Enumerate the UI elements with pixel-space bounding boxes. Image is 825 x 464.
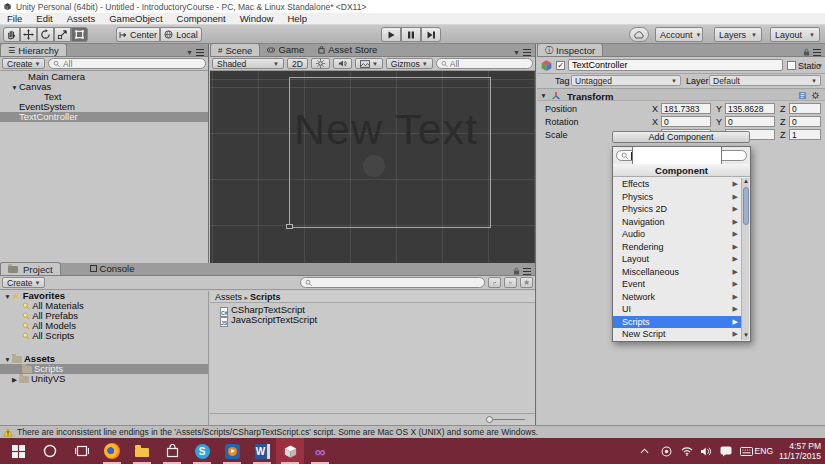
tray-expand-button[interactable] bbox=[634, 438, 654, 464]
scene-search-input[interactable] bbox=[450, 59, 528, 69]
panel-menu-icon[interactable] bbox=[523, 268, 531, 275]
taskbar-skype[interactable]: S bbox=[188, 438, 216, 464]
pause-button[interactable] bbox=[401, 27, 421, 42]
cortana-button[interactable] bbox=[36, 438, 64, 464]
position-z-field[interactable] bbox=[789, 103, 821, 114]
gear-icon[interactable] bbox=[811, 91, 820, 100]
rotation-x-field[interactable] bbox=[661, 116, 711, 127]
tab-project[interactable]: Project bbox=[0, 262, 61, 275]
foldout-collapsed-icon[interactable]: ▶ bbox=[10, 375, 19, 385]
breadcrumb-root[interactable]: Assets bbox=[215, 292, 242, 302]
lock-icon[interactable] bbox=[513, 267, 520, 275]
rotate-tool-button[interactable] bbox=[37, 27, 54, 42]
cloud-services-button[interactable] bbox=[629, 27, 649, 42]
component-search-input[interactable] bbox=[632, 146, 722, 165]
clock[interactable]: 4:57 PM 11/17/2015 bbox=[779, 441, 821, 461]
lighting-toggle-button[interactable] bbox=[311, 58, 330, 69]
menu-item-navigation[interactable]: Navigation▶ bbox=[613, 216, 741, 229]
rect-tool-button[interactable] bbox=[71, 27, 88, 42]
object-name-field[interactable] bbox=[568, 59, 783, 71]
pivot-local-button[interactable]: Local bbox=[160, 27, 202, 42]
menu-item-ui[interactable]: UI▶ bbox=[613, 303, 741, 316]
tray-volume-button[interactable] bbox=[696, 438, 716, 464]
scroll-up-icon[interactable]: ▲ bbox=[742, 178, 750, 186]
foldout-expanded-icon[interactable]: ▼ bbox=[539, 92, 548, 99]
scrollbar-thumb[interactable] bbox=[743, 187, 749, 225]
gizmos-dropdown[interactable]: Gizmos▼ bbox=[386, 58, 433, 69]
static-checkbox[interactable] bbox=[787, 61, 796, 70]
tree-assets[interactable]: ▼Assets bbox=[0, 354, 208, 364]
tag-dropdown[interactable]: Untagged▼ bbox=[571, 75, 681, 86]
hand-tool-button[interactable] bbox=[3, 27, 20, 42]
hierarchy-search-box[interactable] bbox=[48, 58, 206, 69]
tab-scene[interactable]: #Scene bbox=[210, 43, 260, 56]
chevron-down-icon[interactable]: ▼ bbox=[186, 49, 193, 56]
transform-header[interactable]: ▼ Transform bbox=[537, 88, 825, 101]
search-by-type-button[interactable] bbox=[488, 277, 501, 288]
menu-gameobject[interactable]: GameObject bbox=[102, 13, 169, 24]
tab-console[interactable]: Console bbox=[83, 262, 142, 275]
menu-edit[interactable]: Edit bbox=[29, 13, 59, 24]
tray-action-center-button[interactable] bbox=[716, 438, 736, 464]
menu-item-scripts[interactable]: Scripts▶ bbox=[613, 316, 741, 329]
zoom-slider-track[interactable] bbox=[489, 419, 525, 420]
menu-item-new-script[interactable]: New Script▶ bbox=[613, 328, 741, 341]
position-x-field[interactable] bbox=[661, 103, 711, 114]
layout-dropdown[interactable]: Layout▼ bbox=[770, 27, 820, 42]
menu-item-physics[interactable]: Physics▶ bbox=[613, 191, 741, 204]
scene-viewport[interactable]: New Text bbox=[210, 71, 535, 263]
tray-record-button[interactable] bbox=[656, 438, 676, 464]
chevron-down-icon[interactable]: ▼ bbox=[513, 49, 520, 56]
tab-game[interactable]: Game bbox=[260, 43, 311, 56]
active-checkbox[interactable]: ✓ bbox=[556, 61, 565, 70]
taskbar-explorer[interactable] bbox=[128, 438, 156, 464]
menu-item-miscellaneous[interactable]: Miscellaneous▶ bbox=[613, 266, 741, 279]
search-by-label-button[interactable] bbox=[504, 277, 517, 288]
status-bar[interactable]: There are inconsistent line endings in t… bbox=[0, 425, 825, 438]
component-search-box[interactable] bbox=[616, 150, 747, 161]
hierarchy-search-input[interactable] bbox=[63, 59, 201, 69]
help-book-icon[interactable] bbox=[798, 91, 807, 100]
rotation-z-field[interactable] bbox=[789, 116, 821, 127]
menu-item-rendering[interactable]: Rendering▶ bbox=[613, 241, 741, 254]
project-create-button[interactable]: Create▼ bbox=[2, 277, 45, 288]
taskbar-word[interactable]: W bbox=[248, 438, 276, 464]
step-button[interactable] bbox=[421, 27, 441, 42]
menu-window[interactable]: Window bbox=[233, 13, 281, 24]
menu-help[interactable]: Help bbox=[280, 13, 314, 24]
lock-icon[interactable] bbox=[803, 48, 810, 56]
rect-corner-handle[interactable] bbox=[286, 224, 293, 229]
scroll-down-icon[interactable]: ▼ bbox=[742, 332, 750, 340]
layers-dropdown[interactable]: Layers▼ bbox=[714, 27, 762, 42]
tree-all-scripts[interactable]: All Scripts bbox=[0, 331, 208, 341]
tray-network-button[interactable] bbox=[677, 438, 697, 464]
2d-toggle-button[interactable]: 2D bbox=[287, 58, 308, 69]
menu-item-physics-2d[interactable]: Physics 2D▶ bbox=[613, 203, 741, 216]
zoom-slider-knob[interactable] bbox=[486, 416, 493, 423]
project-search-input[interactable] bbox=[315, 278, 480, 288]
taskbar-firefox[interactable] bbox=[98, 438, 126, 464]
account-dropdown[interactable]: Account▼ bbox=[655, 27, 703, 42]
move-tool-button[interactable] bbox=[20, 27, 37, 42]
menu-assets[interactable]: Assets bbox=[60, 13, 103, 24]
panel-menu-icon[interactable] bbox=[196, 49, 204, 56]
scale-tool-button[interactable] bbox=[54, 27, 71, 42]
menu-component[interactable]: Component bbox=[170, 13, 233, 24]
layer-dropdown[interactable]: Default▼ bbox=[709, 75, 821, 86]
scale-z-field[interactable] bbox=[789, 129, 821, 140]
file-javascripttextscript[interactable]: JSJavaScriptTextScript bbox=[210, 315, 535, 325]
panel-menu-icon[interactable] bbox=[813, 49, 821, 56]
breadcrumb-current[interactable]: Scripts bbox=[250, 292, 281, 302]
tab-asset-store[interactable]: Asset Store bbox=[311, 43, 384, 56]
tab-inspector[interactable]: ⓘInspector bbox=[537, 43, 603, 56]
tree-item-canvas[interactable]: ▼Canvas bbox=[0, 82, 208, 92]
menu-item-effects[interactable]: Effects▶ bbox=[613, 178, 741, 191]
play-button[interactable] bbox=[381, 27, 401, 42]
taskbar-unity-active[interactable] bbox=[276, 438, 304, 464]
pivot-center-button[interactable]: Center bbox=[116, 27, 160, 42]
taskbar-store[interactable] bbox=[158, 438, 186, 464]
static-dropdown-icon[interactable]: ▼ bbox=[817, 63, 823, 69]
favorites-star-button[interactable]: ★ bbox=[520, 277, 533, 288]
menu-item-layout[interactable]: Layout▶ bbox=[613, 253, 741, 266]
effects-dropdown[interactable]: ▼ bbox=[355, 58, 383, 69]
